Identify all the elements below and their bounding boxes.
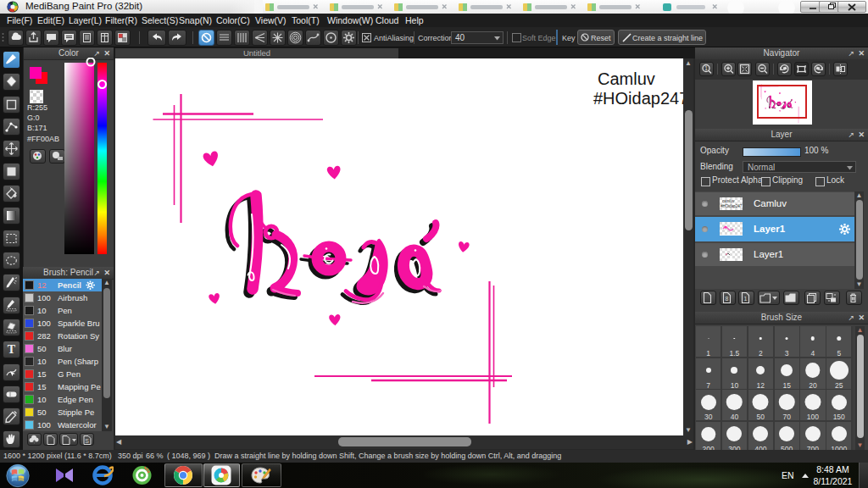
svg-text:T: T	[8, 343, 16, 356]
svg-text:1: 1	[704, 65, 708, 71]
svg-text:#HOidap247: #HOidap247	[721, 204, 743, 208]
svg-text:1: 1	[744, 296, 748, 302]
svg-text:camluv: camluv	[722, 199, 735, 203]
svg-text:8: 8	[726, 296, 729, 302]
svg-text:S: S	[85, 438, 89, 444]
